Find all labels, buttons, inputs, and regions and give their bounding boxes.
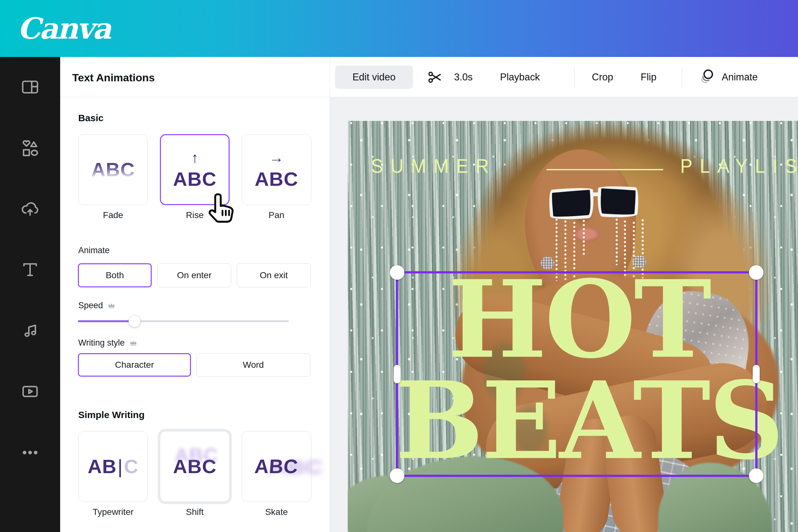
- sidebar-item-text[interactable]: [0, 246, 60, 293]
- sidebar-item-audio[interactable]: [0, 307, 60, 354]
- edit-video-button[interactable]: Edit video: [335, 65, 413, 89]
- text-icon: [20, 260, 40, 280]
- canva-logo[interactable]: Canva: [17, 6, 110, 51]
- app-header: Canva: [0, 0, 798, 57]
- elements-icon: [20, 138, 40, 158]
- typewriter-typed: AB: [88, 455, 117, 477]
- photo-sunglasses-right-lens: [596, 185, 640, 219]
- animation-tile-typewriter[interactable]: AB|C: [78, 431, 148, 502]
- writing-style-word[interactable]: Word: [196, 353, 310, 377]
- more-icon: [19, 443, 41, 462]
- tile-label-typewriter: Typewriter: [78, 507, 148, 517]
- selection-handle-bottom-left[interactable]: [390, 469, 404, 483]
- panel-divider: [60, 97, 330, 97]
- photo-lips: [573, 228, 600, 242]
- overlay-title-dash: [546, 169, 663, 170]
- videos-icon: [20, 382, 40, 401]
- overlay-title-summer[interactable]: SUMMER: [371, 154, 496, 177]
- typewriter-preview: AB|C: [88, 457, 138, 476]
- pan-arrow-icon: →: [269, 150, 284, 165]
- writing-style-character[interactable]: Character: [78, 353, 191, 377]
- tile-label-skate: Skate: [242, 507, 311, 517]
- hand-cursor-icon: [205, 190, 238, 227]
- writing-style-label: Writing style: [78, 338, 137, 348]
- selection-handle-top-left[interactable]: [390, 265, 404, 280]
- sidebar-item-design[interactable]: [0, 63, 60, 111]
- tile-label-fade: Fade: [78, 210, 148, 220]
- flip-button[interactable]: Flip: [641, 57, 656, 97]
- sidebar-item-videos[interactable]: [0, 368, 60, 415]
- selection-box[interactable]: [396, 271, 758, 477]
- sidebar-item-more[interactable]: [0, 429, 60, 476]
- photo-sunglasses-left-lens: [548, 186, 595, 222]
- shift-preview-echo: ABC: [174, 445, 218, 465]
- speed-slider-thumb[interactable]: [129, 315, 141, 327]
- playback-button[interactable]: Playback: [500, 57, 540, 97]
- uploads-icon: [20, 199, 40, 219]
- typewriter-cursor: |: [117, 455, 123, 477]
- tile-label-pan: Pan: [242, 210, 311, 220]
- canvas-area: SUMMER PLAYLIST HOT BEATS: [330, 97, 798, 532]
- skate-preview: ABC ABC: [255, 457, 298, 476]
- pan-preview: ABC: [255, 169, 298, 189]
- speed-label: Speed: [78, 301, 116, 310]
- text-animations-panel: Text Animations Basic ABC ↑ ABC → ABC Fa…: [60, 57, 330, 532]
- photo-sunglasses-bridge: [590, 192, 601, 196]
- pro-crown-icon: [129, 339, 137, 347]
- sidebar: [0, 57, 60, 532]
- rise-preview: ABC: [173, 169, 216, 189]
- selection-handle-bottom-right[interactable]: [749, 469, 763, 483]
- animation-tile-shift[interactable]: ABC ABC: [160, 431, 229, 502]
- animate-label: Animate: [78, 246, 110, 255]
- panel-title: Text Animations: [72, 72, 155, 84]
- selection-handle-top-right[interactable]: [749, 265, 763, 280]
- selection-handle-middle-right[interactable]: [753, 365, 760, 383]
- animate-button-label[interactable]: Animate: [722, 57, 758, 97]
- animation-tile-fade[interactable]: ABC: [78, 134, 148, 205]
- photo-pearl-strand: [583, 219, 585, 257]
- animate-button-icon[interactable]: [698, 57, 716, 97]
- sidebar-item-elements[interactable]: [0, 125, 60, 172]
- crop-button[interactable]: Crop: [592, 57, 613, 97]
- design-grid-icon: [20, 77, 40, 97]
- audio-icon: [20, 321, 40, 340]
- scissors-icon: [427, 69, 443, 86]
- selection-handle-middle-left[interactable]: [394, 365, 401, 383]
- speed-slider[interactable]: [78, 320, 289, 322]
- animate-icon: [698, 68, 716, 86]
- animation-tile-pan[interactable]: → ABC: [242, 134, 311, 205]
- fade-preview: ABC: [91, 160, 134, 179]
- toolbar-divider: [574, 67, 574, 87]
- speed-label-text: Speed: [78, 301, 103, 310]
- rise-arrow-icon: ↑: [191, 150, 199, 165]
- animation-tile-skate[interactable]: ABC ABC: [242, 431, 311, 502]
- animate-option-both[interactable]: Both: [78, 263, 152, 287]
- speed-slider-fill: [78, 320, 134, 322]
- shift-preview: ABC ABC: [173, 457, 216, 476]
- toolbar-divider: [682, 67, 682, 87]
- basic-heading: Basic: [78, 113, 104, 124]
- duration-value[interactable]: 3.0s: [454, 57, 473, 97]
- sidebar-item-uploads[interactable]: [0, 185, 60, 233]
- writing-style-label-text: Writing style: [78, 338, 125, 348]
- canva-editor: Canva Text Animations Basic ABC: [0, 0, 798, 532]
- typewriter-pending: C: [124, 455, 138, 477]
- trim-button[interactable]: [427, 57, 443, 97]
- overlay-title-playlist[interactable]: PLAYLIST: [680, 154, 798, 177]
- editor-toolbar: Edit video 3.0s Playback Crop Flip Anima…: [330, 57, 798, 97]
- pro-crown-icon: [107, 302, 116, 310]
- simple-writing-heading: Simple Writing: [78, 410, 144, 420]
- tile-label-shift: Shift: [160, 507, 229, 517]
- animate-option-on-exit[interactable]: On exit: [237, 263, 311, 287]
- animate-option-on-enter[interactable]: On enter: [157, 263, 231, 287]
- skate-preview-main: ABC: [254, 457, 299, 476]
